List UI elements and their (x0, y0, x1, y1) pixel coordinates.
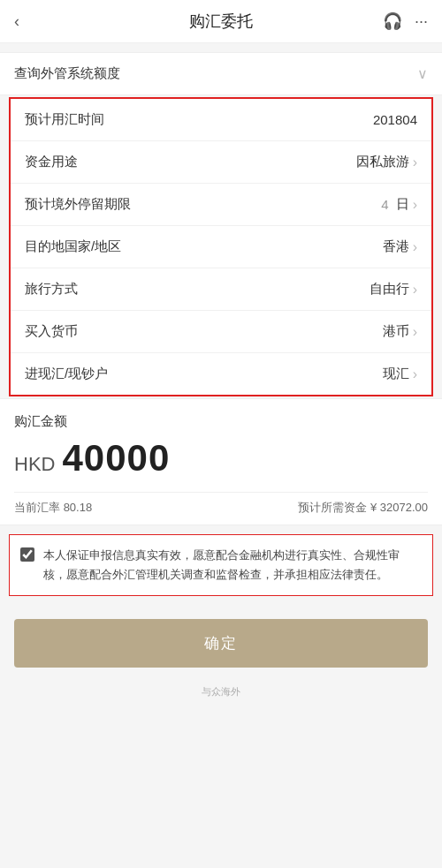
form-label-travel-type: 旅行方式 (25, 281, 78, 298)
form-row-travel-type[interactable]: 旅行方式 自由行 › (11, 268, 431, 311)
form-label-account-type: 进现汇/现钞户 (25, 366, 108, 382)
form-section: 预计用汇时间 201804 资金用途 因私旅游 › 预计境外停留期限 4 日 ›… (9, 97, 433, 396)
footer-watermark: 与众海外 (0, 685, 442, 713)
disclaimer-text: 本人保证申报信息真实有效，愿意配合金融机构进行真实性、合规性审核，愿意配合外汇管… (43, 546, 422, 585)
query-bar[interactable]: 查询外管系统额度 ∨ (0, 52, 442, 95)
form-label-duration: 预计境外停留期限 (25, 196, 131, 213)
query-bar-arrow-icon: ∨ (417, 65, 428, 82)
form-value-wrap-account-type: 现汇 › (383, 366, 417, 382)
estimated-cost: 预计所需资金 ¥ 32072.00 (298, 500, 428, 516)
amount-display: HKD 40000 (14, 437, 428, 479)
form-row-duration[interactable]: 预计境外停留期限 4 日 › (11, 184, 431, 226)
form-value-wrap-buy-currency: 港币 › (383, 323, 417, 340)
arrow-right-icon-account-type: › (413, 366, 417, 382)
form-value-buy-currency: 港币 (383, 323, 409, 340)
amount-section: 购汇金额 HKD 40000 当前汇率 80.18 预计所需资金 ¥ 32072… (0, 398, 442, 525)
form-value-travel-type: 自由行 (370, 281, 409, 298)
form-row-buy-currency[interactable]: 买入货币 港币 › (11, 311, 431, 353)
query-bar-label: 查询外管系统额度 (14, 65, 120, 82)
form-value-account-type: 现汇 (383, 366, 409, 382)
disclaimer-checkbox[interactable] (20, 547, 34, 562)
form-row-purpose[interactable]: 资金用途 因私旅游 › (11, 141, 431, 184)
form-value-destination: 香港 (383, 238, 409, 255)
form-value-wrap-time: 201804 (373, 112, 417, 127)
confirm-button[interactable]: 确定 (14, 619, 428, 668)
form-value-wrap-purpose: 因私旅游 › (356, 154, 417, 170)
arrow-right-icon-buy-currency: › (413, 324, 417, 340)
header-right-actions: 🎧 ··· (375, 13, 428, 29)
amount-meta: 当前汇率 80.18 预计所需资金 ¥ 32072.00 (14, 492, 428, 516)
form-value-days-unit: 日 (396, 196, 409, 213)
confirm-btn-wrap: 确定 (0, 605, 442, 685)
back-icon[interactable]: ‹ (14, 13, 19, 29)
form-label-destination: 目的地国家/地区 (25, 238, 121, 255)
form-value-wrap-destination: 香港 › (383, 238, 417, 255)
disclaimer-section: 本人保证申报信息真实有效，愿意配合金融机构进行真实性、合规性审核，愿意配合外汇管… (9, 534, 433, 596)
form-value-wrap-duration: 4 日 › (381, 196, 417, 213)
amount-currency: HKD (14, 453, 55, 476)
exchange-rate-label: 当前汇率 80.18 (14, 500, 92, 516)
amount-number: 40000 (62, 437, 170, 479)
form-value-wrap-travel-type: 自由行 › (370, 281, 417, 298)
headset-icon[interactable]: 🎧 (383, 13, 402, 29)
page-title: 购汇委托 (67, 11, 375, 32)
form-value-purpose: 因私旅游 (356, 154, 409, 170)
app-header: ‹ 购汇委托 🎧 ··· (0, 0, 442, 43)
form-label-buy-currency: 买入货币 (25, 323, 78, 340)
watermark-text: 与众海外 (202, 686, 240, 697)
form-row-account-type[interactable]: 进现汇/现钞户 现汇 › (11, 353, 431, 395)
form-label-purpose: 资金用途 (25, 154, 78, 170)
amount-label: 购汇金额 (14, 413, 428, 430)
arrow-right-icon-duration: › (413, 197, 417, 213)
form-value-time: 201804 (373, 112, 417, 127)
form-row-time[interactable]: 预计用汇时间 201804 (11, 99, 431, 141)
more-icon[interactable]: ··· (415, 13, 428, 29)
form-row-destination[interactable]: 目的地国家/地区 香港 › (11, 226, 431, 268)
arrow-right-icon-destination: › (413, 239, 417, 255)
arrow-right-icon-travel-type: › (413, 282, 417, 298)
arrow-right-icon-purpose: › (413, 155, 417, 170)
disclaimer-checkbox-wrap[interactable] (20, 547, 34, 565)
form-label-time: 预计用汇时间 (25, 111, 104, 128)
form-value-days-num: 4 (381, 197, 388, 212)
header-left-actions: ‹ (14, 13, 67, 29)
